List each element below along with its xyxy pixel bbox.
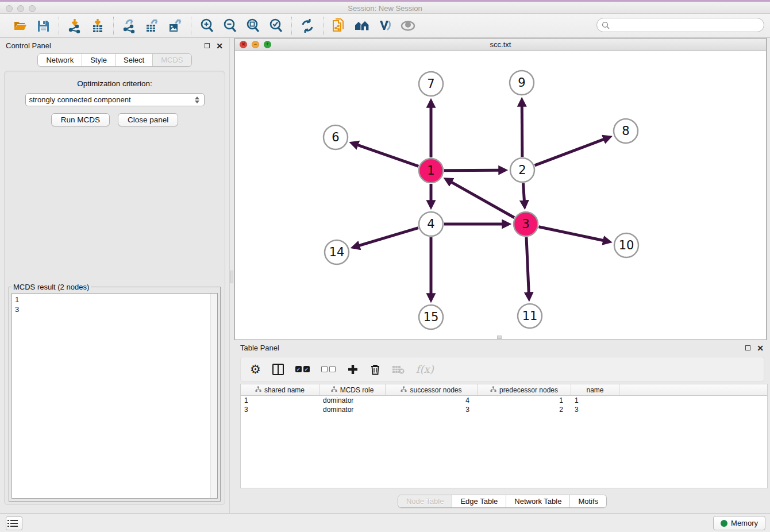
- close-panel-button2[interactable]: Close panel: [118, 113, 178, 126]
- table-row-0[interactable]: 1dominator411: [241, 396, 767, 405]
- export-image-icon: [168, 18, 183, 33]
- new-network-from-selection-button[interactable]: [329, 17, 349, 35]
- cell-name[interactable]: 1: [571, 396, 619, 405]
- zoom-out-button[interactable]: [220, 17, 240, 35]
- node-label-9: 9: [518, 76, 525, 90]
- cell-successor-nodes[interactable]: 3: [386, 405, 478, 414]
- zoom-fit-button[interactable]: [243, 17, 263, 35]
- splitter-handle[interactable]: [497, 336, 502, 339]
- table-body: 1dominator4113dominator323: [241, 396, 767, 414]
- float-table-panel-button[interactable]: [744, 344, 752, 352]
- column-header-shared-name[interactable]: shared name: [241, 384, 319, 395]
- task-history-button[interactable]: [6, 516, 22, 530]
- edge-3-1[interactable]: [451, 182, 514, 218]
- tab-network[interactable]: Network: [38, 54, 82, 66]
- first-neighbors-icon: [354, 18, 370, 33]
- optimization-criterion-select[interactable]: strongly connected component: [25, 93, 205, 106]
- table-header-row: shared nameMCDS rolesuccessor nodesprede…: [241, 384, 767, 396]
- panel-splitter[interactable]: [230, 38, 234, 513]
- delete-table-button[interactable]: [392, 362, 405, 377]
- column-header-MCDS-role[interactable]: MCDS role: [319, 384, 386, 395]
- zoom-in-icon: [199, 18, 214, 33]
- tab-style[interactable]: Style: [82, 54, 116, 66]
- cell-name[interactable]: 3: [571, 405, 619, 414]
- save-icon: [36, 19, 50, 33]
- vizmapper-button[interactable]: [375, 17, 395, 35]
- cell-shared-name[interactable]: 3: [241, 405, 319, 414]
- column-header-successor-nodes[interactable]: successor nodes: [386, 384, 478, 395]
- eye-button[interactable]: [398, 17, 418, 35]
- mcds-tab-content: Optimization criterion: strongly connect…: [4, 71, 225, 505]
- node-label-10: 10: [619, 238, 634, 252]
- edge-2-9[interactable]: [522, 106, 522, 157]
- save-session-button[interactable]: [33, 17, 53, 35]
- column-header-name[interactable]: name: [571, 384, 619, 395]
- checked-box-icon: ✓: [303, 366, 310, 372]
- splitter-grip[interactable]: [230, 271, 233, 283]
- cell-MCDS-role[interactable]: dominator: [319, 396, 386, 405]
- edge-1-6[interactable]: [357, 145, 419, 166]
- table-panel-title: Table Panel: [240, 344, 279, 352]
- gear-icon: ⚙: [250, 363, 261, 375]
- tab-network-table[interactable]: Network Table: [506, 495, 570, 507]
- edge-3-11[interactable]: [526, 237, 529, 293]
- network-window-titlebar[interactable]: ✕ − + scc.txt: [235, 38, 766, 51]
- table-settings-button[interactable]: ⚙: [250, 362, 261, 377]
- delete-column-button[interactable]: [370, 362, 380, 377]
- mcds-result-text[interactable]: 1 3: [11, 293, 218, 499]
- export-network-button[interactable]: [120, 17, 139, 35]
- column-selector-icon: [272, 364, 284, 375]
- first-neighbors-button[interactable]: [352, 17, 372, 35]
- close-table-panel-button[interactable]: ✕: [756, 344, 764, 352]
- checked-box-icon: ✓: [295, 366, 302, 372]
- tab-edge-table[interactable]: Edge Table: [452, 495, 506, 507]
- tab-select[interactable]: Select: [116, 54, 153, 66]
- node-label-1: 1: [427, 164, 434, 178]
- edge-3-10[interactable]: [539, 227, 604, 241]
- import-network-button[interactable]: [65, 17, 84, 35]
- column-header-predecessor-nodes[interactable]: predecessor nodes: [478, 384, 571, 395]
- zoom-fit-icon: [245, 18, 260, 33]
- cell-predecessor-nodes[interactable]: 2: [478, 405, 571, 414]
- network-canvas[interactable]: 7968124314101511: [235, 51, 766, 340]
- column-selector-button[interactable]: [272, 362, 284, 377]
- float-panel-button[interactable]: [203, 42, 211, 50]
- select-all-button[interactable]: ✓ ✓: [295, 362, 310, 377]
- edge-2-8[interactable]: [535, 139, 605, 165]
- tab-node-table[interactable]: Node Table: [398, 495, 453, 507]
- export-table-button[interactable]: [143, 17, 162, 35]
- node-table[interactable]: shared nameMCDS rolesuccessor nodesprede…: [240, 384, 768, 488]
- import-table-button[interactable]: [88, 17, 107, 35]
- unselect-all-button[interactable]: [321, 362, 336, 377]
- cell-predecessor-nodes[interactable]: 1: [478, 396, 571, 405]
- shared-column-icon: [255, 386, 261, 394]
- edge-2-3[interactable]: [523, 183, 524, 201]
- cell-MCDS-role[interactable]: dominator: [319, 405, 386, 414]
- zoom-selected-button[interactable]: [266, 17, 286, 35]
- refresh-button[interactable]: [298, 17, 317, 35]
- function-builder-button[interactable]: f(x): [416, 362, 434, 377]
- vizmapper-icon: [378, 18, 392, 33]
- search-box[interactable]: [596, 18, 764, 32]
- zoom-in-button[interactable]: [197, 17, 217, 35]
- run-mcds-button[interactable]: Run MCDS: [51, 113, 110, 126]
- float-icon: [745, 345, 750, 350]
- tab-mcds[interactable]: MCDS: [153, 54, 191, 66]
- edge-1-2[interactable]: [444, 170, 499, 171]
- cell-shared-name[interactable]: 1: [241, 396, 319, 405]
- search-input[interactable]: [613, 21, 759, 29]
- open-file-button[interactable]: [10, 17, 30, 35]
- export-image-button[interactable]: [165, 17, 185, 35]
- edge-4-14[interactable]: [359, 228, 418, 246]
- tab-motifs[interactable]: Motifs: [570, 495, 606, 507]
- add-column-button[interactable]: [347, 362, 359, 377]
- main-toolbar: [0, 14, 770, 38]
- memory-label: Memory: [731, 519, 758, 527]
- network-graph[interactable]: 7968124314101511: [235, 51, 766, 340]
- memory-button[interactable]: Memory: [713, 516, 765, 530]
- cell-successor-nodes[interactable]: 4: [386, 396, 478, 405]
- close-panel-button[interactable]: ✕: [215, 42, 224, 50]
- table-row-1[interactable]: 3dominator323: [241, 405, 767, 414]
- result-scrollbar[interactable]: [210, 294, 217, 498]
- trash-icon: [370, 364, 380, 375]
